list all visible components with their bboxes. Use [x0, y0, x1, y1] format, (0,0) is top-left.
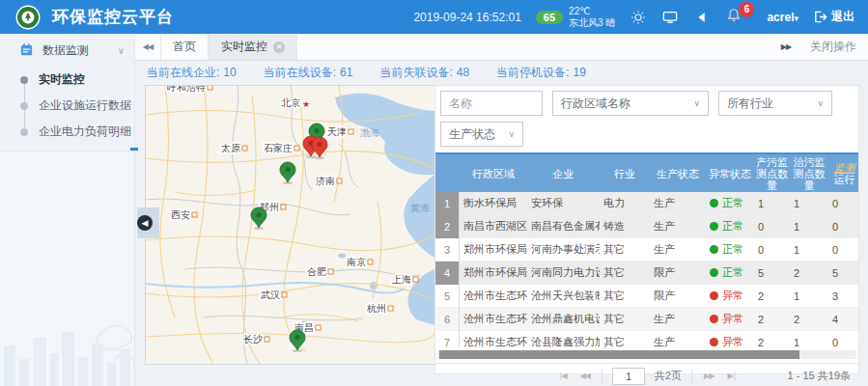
tab-home[interactable]: 首页 [160, 34, 209, 60]
notification-bell[interactable]: 6 [725, 8, 742, 27]
next-page-button[interactable]: ▶▶ [702, 372, 715, 380]
status-dot-icon [710, 199, 718, 207]
table-row[interactable]: 5沧州市生态环保局沧州天兴包装制品其它限产异常213 [435, 285, 858, 308]
table-cell: 其它 [600, 242, 650, 257]
first-page-button[interactable]: ∣◀ [556, 372, 568, 380]
tabs-scroll-right-icon[interactable]: ▶▶ [773, 42, 798, 51]
table-cell: 2 [754, 290, 790, 302]
status-stat: 当前失联设备:48 [379, 65, 469, 81]
table-cell: 其它 [600, 312, 650, 326]
last-page-button[interactable]: ▶∣ [725, 372, 737, 380]
table-cell: 生产 [650, 335, 706, 347]
close-operations-button[interactable]: 关闭操作 [810, 39, 856, 55]
table-row[interactable]: 4郑州市环保局河南同力电力设计其它限产正常525 [435, 262, 858, 285]
header-cell[interactable]: 生产状态 [650, 154, 706, 192]
exit-icon [813, 10, 827, 24]
sidebar-item-label: 数据监测 [42, 42, 118, 59]
table-row[interactable]: 1衡水环保局安环保电力生产正常110 [435, 192, 858, 215]
sidebar-subitem-实时监控[interactable]: 实时监控 [0, 67, 134, 93]
tab-realtime-monitor[interactable]: 实时监控 ✕ [209, 34, 297, 60]
region-filter-select[interactable]: 行政区域名称∨ [552, 91, 709, 116]
header-cell[interactable]: 治污监测点数量 [790, 154, 828, 192]
logout-button[interactable]: 退出 [813, 9, 854, 25]
header-cell[interactable]: 行业 [600, 154, 650, 192]
map-panel[interactable]: 渤海黄海 呼和浩特北京★天津太原石家庄济南西安郑州南京合肥上海武汉杭州长沙南昌 [145, 85, 435, 365]
sidebar: 数据监测∨实时监控企业设施运行数据企业电力负荷明细企业异常‹统计分析‹能耗分析‹… [0, 34, 135, 386]
table-row[interactable]: 2南昌市西湖区环保局南昌有色金属有限铸造生产正常010 [435, 215, 858, 238]
header-cell[interactable]: 产污监测点数量 [754, 154, 790, 192]
abnormal-status-cell: 正常 [706, 219, 754, 234]
table-row[interactable]: 7沧州市生态环保局沧县隆鑫强力加工其它生产异常210 [435, 331, 858, 347]
horizontal-scrollbar[interactable] [437, 350, 856, 359]
bullet-dot-icon [20, 76, 28, 84]
row-number-cell: 2 [435, 215, 460, 238]
table-cell: 南昌市西湖区环保局 [460, 219, 527, 234]
pin-center [256, 212, 261, 217]
sidebar-item-数据监测[interactable]: 数据监测∨ [0, 34, 134, 67]
prev-page-button[interactable]: ◀◀ [578, 372, 592, 380]
city-label: 合肥 [307, 266, 326, 277]
city-label: 天津 [327, 126, 347, 137]
status-filter-select[interactable]: 生产状态∨ [440, 122, 523, 147]
sidebar-menu: 数据监测∨实时监控企业设施运行数据企业电力负荷明细企业异常‹统计分析‹能耗分析‹… [0, 34, 134, 152]
china-map[interactable]: 渤海黄海 呼和浩特北京★天津太原石家庄济南西安郑州南京合肥上海武汉杭州长沙南昌 [146, 86, 434, 364]
header-cell[interactable]: 行政区域 [460, 154, 527, 192]
map-collapse-control[interactable]: ◀ [137, 207, 159, 238]
table-row[interactable]: 6沧州市生态环保局沧州鼎鑫机电设备其它生产异常224 [435, 308, 858, 331]
table-row[interactable]: 3郑州市环保局河南办事处演示其它生产正常010 [435, 238, 858, 262]
table-cell: 1 [790, 221, 828, 233]
chevron-down-icon: ∨ [508, 129, 515, 139]
name-filter-input[interactable] [449, 96, 534, 110]
table-cell: 1 [790, 198, 828, 209]
table-cell: 3 [828, 290, 858, 302]
sidebar-subitem-企业电力负荷明细[interactable]: 企业电力负荷明细 [0, 119, 134, 145]
table-cell: 沧州鼎鑫机电设备 [527, 312, 600, 326]
divider [691, 370, 692, 383]
table-cell: 0 [828, 198, 858, 209]
header-line: 测点数 [794, 168, 826, 179]
scrollbar-thumb[interactable] [439, 350, 799, 359]
header-line: 产污监 [756, 156, 788, 168]
collapse-arrow-icon[interactable] [693, 10, 711, 25]
tabs-scroll-left-icon[interactable]: ◀◀ [135, 34, 160, 60]
divider [602, 370, 602, 383]
monitor-icon[interactable] [661, 10, 679, 25]
close-icon[interactable]: ✕ [273, 41, 285, 53]
table-cell: 沧州市生态环保局 [460, 289, 527, 303]
pagination-bar: ∣◀ ◀◀ 共2页 ▶▶ ▶∣ 1 - 15 共19条 [435, 363, 858, 386]
chevron-left-icon[interactable]: ◀ [137, 215, 153, 231]
status-dot-icon [710, 315, 718, 323]
table-cell: 生产 [650, 242, 706, 257]
app-window: 环保监控云平台 2019-09-24 16:52:01 65 22℃ 东北风3 … [0, 0, 868, 386]
page-number-input[interactable] [612, 368, 645, 385]
pin-center [294, 335, 299, 340]
table-cell: 沧县隆鑫强力加工 [527, 335, 600, 347]
row-number-cell: 5 [435, 285, 460, 308]
city-label: 呼和浩特 [167, 86, 206, 93]
row-number-cell: 1 [435, 192, 460, 215]
bullet-dot-icon [20, 102, 28, 110]
header-cell[interactable]: 异常状态 [706, 154, 754, 192]
sidebar-subitem-企业设施运行数据[interactable]: 企业设施运行数据 [0, 93, 134, 119]
city-dot-icon [368, 260, 373, 264]
user-menu[interactable]: acrel▾ [767, 11, 798, 24]
table-cell: 衡水环保局 [460, 196, 527, 210]
table-cell: 1 [790, 337, 828, 348]
table-cell: 0 [828, 244, 858, 256]
abnormal-status-cell: 正常 [706, 265, 754, 280]
industry-filter-select[interactable]: 所有行业∨ [718, 91, 832, 116]
status-stat: 当前在线设备:61 [264, 65, 353, 81]
stat-value: 10 [223, 66, 236, 79]
abnormal-status-cell: 异常 [706, 312, 754, 326]
header-cell[interactable]: 企业 [527, 154, 600, 192]
app-logo-icon [15, 5, 41, 30]
header-cell-rownum [435, 154, 460, 192]
header-line: 治污监 [794, 156, 826, 168]
name-filter-field[interactable] [440, 91, 543, 116]
table-cell: 1 [754, 198, 790, 209]
panel-divider-handle[interactable] [130, 148, 138, 151]
weather-label: 东北风3 晴 [569, 17, 615, 29]
header-cell-clipped[interactable]: 监测运行 [828, 154, 860, 192]
table-cell: 生产 [650, 312, 706, 326]
row-number-cell: 3 [435, 238, 460, 262]
